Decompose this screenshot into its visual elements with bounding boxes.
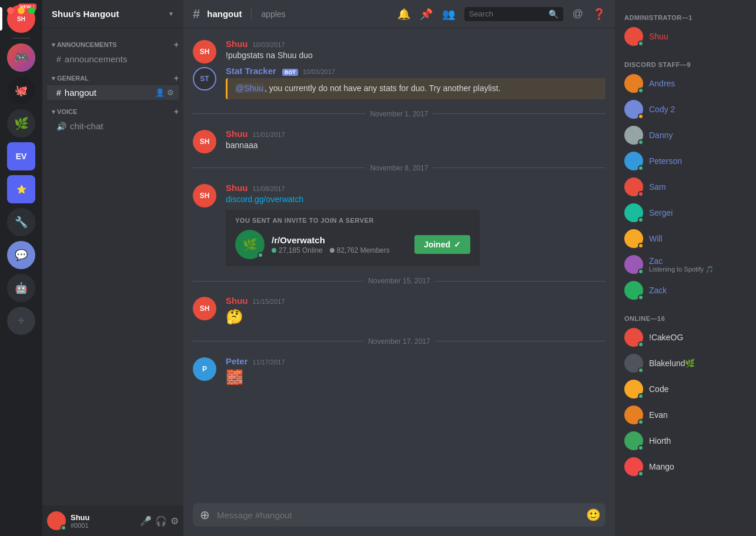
add-attachment-button[interactable]: ⊕: [198, 503, 212, 527]
member-item-cody[interactable]: Cody 2: [620, 96, 751, 122]
date-divider-nov1: November 1, 2017: [183, 105, 615, 123]
server-icon-8[interactable]: 💬: [7, 241, 35, 269]
message-group-emoji: SH Shuu 11/15/2017 🤔: [183, 294, 615, 328]
window-minimize-button[interactable]: [18, 7, 25, 14]
message-author[interactable]: Shuu: [226, 39, 248, 49]
member-item-andres[interactable]: Andres: [620, 71, 751, 96]
member-name-blakelund: Blakelund🌿: [649, 359, 695, 368]
date-divider-nov8: November 8, 2017: [183, 159, 615, 177]
message-author-overwatch[interactable]: Shuu: [226, 183, 248, 193]
hash-icon: #: [56, 55, 61, 64]
message-text: !pubgstats na Shuu duo: [226, 50, 606, 62]
member-item-evan[interactable]: Evan: [620, 402, 751, 428]
message-header-peter: Peter 11/17/2017: [226, 356, 606, 366]
message-text-peter: 🧱: [226, 367, 606, 387]
add-voice-icon[interactable]: +: [174, 107, 179, 116]
server-icon-3[interactable]: 🐙: [7, 76, 35, 105]
settings-icon[interactable]: ⚙: [167, 88, 174, 97]
message-content-overwatch: Shuu 11/08/2017 discord.gg/overwatch YOU…: [226, 183, 606, 267]
current-user-info: Shuu #0001: [71, 513, 135, 529]
message-author-emoji[interactable]: Shuu: [226, 296, 248, 306]
bell-icon[interactable]: 🔔: [397, 8, 410, 21]
member-avatar-peterson: [624, 152, 643, 170]
category-general[interactable]: ▾ GENERAL +: [42, 71, 183, 85]
channel-item-hangout[interactable]: # hangout 👤 ⚙: [47, 85, 179, 100]
member-avatar-zack: [624, 281, 643, 300]
at-icon[interactable]: @: [573, 8, 583, 20]
members-icon[interactable]: 👥: [442, 8, 455, 21]
server-icon-2[interactable]: 🎮: [7, 43, 35, 72]
add-channel-general-icon[interactable]: +: [174, 73, 179, 83]
member-status-sam: [638, 191, 644, 197]
emoji-picker-button[interactable]: 🙂: [586, 508, 601, 522]
deafen-icon[interactable]: 🎧: [155, 515, 167, 527]
member-item-peterson[interactable]: Peterson: [620, 148, 751, 174]
settings-icon[interactable]: ⚙: [170, 515, 179, 527]
window-close-button[interactable]: [7, 7, 14, 14]
member-item-zack[interactable]: Zack: [620, 277, 751, 303]
member-item-hiorth[interactable]: Hiorth: [620, 428, 751, 454]
member-avatar-zac: [624, 255, 643, 274]
channel-name-announcements: announcements: [65, 54, 128, 64]
invite-link[interactable]: discord.gg/overwatch: [226, 195, 303, 204]
channel-list: ▾ ANNOUNCEMENTS + # announcements ▾ GENE…: [42, 28, 183, 505]
category-voice[interactable]: ▾ VOICE +: [42, 105, 183, 119]
message-input[interactable]: [217, 504, 581, 526]
message-group: SH Shuu 10/03/2017 !pubgstats na Shuu du…: [183, 38, 615, 65]
channel-item-chitchat[interactable]: 🔊 chit-chat: [47, 119, 179, 133]
member-name-zac: Zac: [649, 256, 714, 266]
member-item-danny[interactable]: Danny: [620, 122, 751, 148]
message-timestamp-emoji: 11/15/2017: [253, 298, 285, 305]
member-name-zack: Zack: [649, 286, 667, 295]
current-user-discriminator: #0001: [71, 522, 135, 529]
invite-online-dot: [257, 252, 263, 258]
server-icon-9[interactable]: 🤖: [7, 274, 35, 302]
server-icon-10[interactable]: +: [7, 307, 35, 335]
member-avatar-blakelund: [624, 354, 643, 373]
channel-item-announcements[interactable]: # announcements: [47, 52, 179, 66]
server-icon-4[interactable]: 🌿: [7, 109, 35, 138]
member-item-will[interactable]: Will: [620, 226, 751, 252]
help-icon[interactable]: ❓: [593, 8, 606, 21]
server-icon-5[interactable]: EV: [7, 142, 35, 170]
server-invite-embed: YOU SENT AN INVITE TO JOIN A SERVER 🌿 /r…: [226, 210, 480, 266]
message-author-bannaaa[interactable]: Shuu: [226, 129, 248, 139]
pin-icon[interactable]: 📌: [420, 8, 433, 21]
avatar-shuu2: SH: [193, 130, 216, 153]
member-item-sam[interactable]: Sam: [620, 174, 751, 200]
window-maximize-button[interactable]: [28, 7, 35, 14]
message-author-peter[interactable]: Peter: [226, 356, 248, 366]
server-icon-7[interactable]: 🔧: [7, 208, 35, 236]
category-voice-label: ▾ VOICE: [52, 108, 77, 116]
joined-button[interactable]: Joined ✓: [414, 235, 470, 254]
member-item-code[interactable]: Code: [620, 376, 751, 402]
message-group-peter: P Peter 11/17/2017 🧱: [183, 355, 615, 388]
member-status-sergei: [638, 217, 644, 223]
message-timestamp-bot: 10/03/2017: [303, 68, 335, 75]
avatar-peter: P: [193, 357, 216, 381]
member-item-zac[interactable]: Zac Listening to Spotify 🎵: [620, 252, 751, 277]
category-announcements[interactable]: ▾ ANNOUNCEMENTS +: [42, 38, 183, 52]
message-author-bot[interactable]: Stat Tracker: [226, 66, 276, 76]
member-item-cakeog[interactable]: !CakeOG: [620, 324, 751, 350]
add-member-icon[interactable]: 👤: [155, 88, 165, 97]
member-avatar-code: [624, 380, 643, 398]
member-item-blakelund[interactable]: Blakelund🌿: [620, 350, 751, 376]
mute-icon[interactable]: 🎤: [140, 515, 152, 527]
invite-info: /r/Overwatch 27,185 Online 82,762 Member…: [272, 235, 407, 254]
user-status-dot: [61, 525, 66, 531]
current-user-avatar: [47, 511, 66, 530]
search-input[interactable]: [469, 9, 546, 18]
server-name-header[interactable]: Shuu's Hangout ▼: [42, 0, 183, 28]
add-channel-icon[interactable]: +: [174, 40, 179, 49]
member-item-shuu[interactable]: Shuu: [620, 24, 751, 49]
search-bar[interactable]: 🔍: [464, 7, 563, 21]
member-item-mango[interactable]: Mango: [620, 454, 751, 480]
message-timestamp-peter: 11/17/2017: [253, 359, 285, 366]
emoji-thinking: 🤔: [226, 309, 243, 324]
member-name-sam: Sam: [649, 182, 666, 192]
invite-stats: 27,185 Online 82,762 Members: [272, 246, 407, 254]
server-icon-6[interactable]: ⭐: [7, 175, 35, 203]
member-item-sergei[interactable]: Sergei: [620, 200, 751, 226]
member-avatar-will: [624, 229, 643, 248]
